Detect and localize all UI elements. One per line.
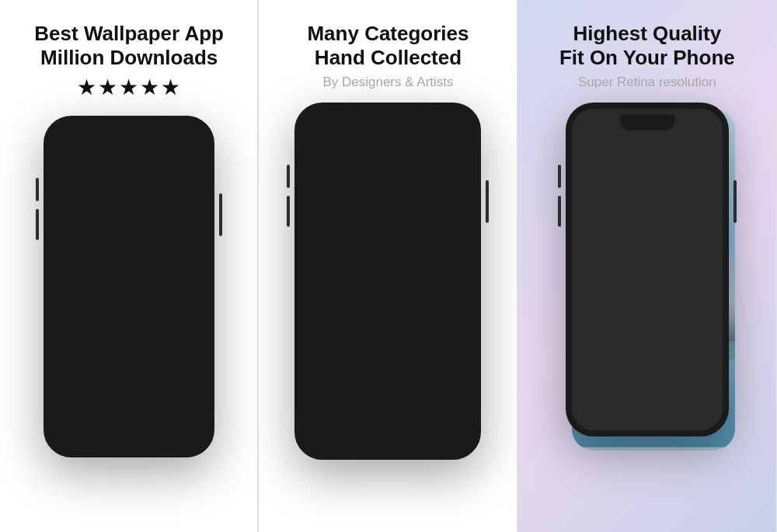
- svg-rect-4: [325, 254, 328, 286]
- svg-rect-2: [316, 257, 319, 285]
- cat-green-sphere: [301, 353, 343, 413]
- editors-emoji: 🌿: [54, 267, 63, 275]
- panel-3: Highest Quality Fit On Your Phone Super …: [518, 0, 777, 532]
- panel-3-text: Highest Quality Fit On Your Phone Super …: [534, 22, 761, 90]
- wallpaper-ocean: [105, 378, 153, 426]
- categories-grid: [301, 109, 387, 412]
- cat-pink: [345, 170, 388, 230]
- phone-screen-2: [301, 109, 475, 454]
- wallpaper-mountain: [54, 378, 103, 426]
- svg-rect-3: [321, 265, 324, 286]
- cat-diag-lines: [301, 109, 343, 169]
- latest-dot: [57, 146, 64, 152]
- panel-1-text: Best Wallpaper App Million Downloads ★★★…: [16, 22, 242, 103]
- panel-1-title-line1: Best Wallpaper App: [34, 22, 224, 45]
- panel-1-title: Best Wallpaper App Million Downloads: [16, 22, 242, 70]
- panel-1: Best Wallpaper App Million Downloads ★★★…: [0, 0, 259, 532]
- panel-3-title-line1: Highest Quality: [573, 22, 721, 45]
- phone-3-vol-down: [558, 196, 561, 227]
- panel-3-title: Highest Quality Fit On Your Phone: [534, 22, 761, 70]
- wallpaper-purple: [54, 167, 103, 215]
- cat-yellow: [301, 231, 343, 291]
- divider-2: [50, 356, 208, 356]
- svg-line-6: [305, 308, 340, 336]
- phone-2-vol-up: [287, 165, 290, 188]
- wallpaper-wave-bw: [105, 279, 153, 322]
- phone-mockup-2: [294, 103, 481, 460]
- bars-svg: [301, 231, 343, 291]
- latest-label: LATEST: [67, 145, 98, 153]
- latest-grid: [54, 167, 204, 215]
- wallpaper-food: [105, 167, 153, 215]
- editors-label-row: 🌿 EDITOR'S CHOICES ›: [54, 266, 204, 275]
- cat-purple-wave: [345, 231, 388, 291]
- panel-2-title: Many Categories Hand Collected: [274, 22, 501, 70]
- svg-point-10: [312, 381, 332, 400]
- panel-2-title-line2: Hand Collected: [315, 46, 462, 69]
- screen-header-bar: LATEST ⓘ: [50, 122, 208, 161]
- cat-dark-forest: [301, 170, 343, 230]
- panel-3-subtitle: Super Retina resolution: [534, 75, 761, 90]
- cat-prism: [345, 292, 388, 352]
- panel-1-stars: ★★★★★: [16, 75, 242, 100]
- panel-2: Many Categories Hand Collected By Design…: [259, 0, 517, 532]
- nature-info: ›: [201, 366, 204, 374]
- svg-rect-0: [308, 268, 312, 286]
- phone-volume-up: [36, 178, 39, 201]
- sphere-svg: [301, 353, 343, 413]
- svg-rect-1: [312, 261, 315, 286]
- svg-line-7: [305, 318, 340, 346]
- cat-sunset-trees: [345, 109, 388, 169]
- phone-3-power: [733, 180, 737, 223]
- editors-label: EDITOR'S CHOICES: [65, 268, 124, 273]
- phone-2-vol-down: [287, 196, 290, 227]
- latest-grid-section: [50, 161, 208, 253]
- panel-2-text: Many Categories Hand Collected By Design…: [274, 22, 501, 90]
- nature-grid: [54, 378, 204, 426]
- phone-3-vol-up: [558, 165, 561, 188]
- divider-1: [50, 256, 208, 257]
- wallpaper-sky: [155, 378, 204, 426]
- mountain-wallpaper-svg: [572, 109, 735, 447]
- nature-section: NATURE ›: [50, 360, 208, 452]
- panel-2-subtitle: By Designers & Artists: [274, 75, 501, 90]
- info-icon: ⓘ: [193, 144, 200, 155]
- phone-screen-1: LATEST ⓘ 🌿 EDITOR'S CHOICES: [50, 122, 208, 451]
- dark-lines-svg: [301, 292, 343, 352]
- panel-2-title-line1: Many Categories: [307, 22, 469, 45]
- phone-mockup-1: LATEST ⓘ 🌿 EDITOR'S CHOICES: [44, 116, 214, 457]
- wallpaper-blue-art: [54, 279, 103, 322]
- wallpaper-bw-person: [155, 167, 204, 215]
- phone-screen-3: [572, 109, 735, 450]
- phone-2-power: [486, 180, 489, 223]
- cat-dark-lines: [301, 292, 343, 352]
- phone-mockup-3: [566, 103, 729, 436]
- editors-info: ›: [201, 266, 204, 275]
- svg-rect-5: [329, 263, 333, 286]
- phone-volume-down: [36, 209, 39, 240]
- wallpaper-forest-bw: [155, 279, 204, 322]
- panel-1-title-line2: Million Downloads: [40, 46, 218, 69]
- editors-section: 🌿 EDITOR'S CHOICES ›: [50, 260, 208, 353]
- nature-label: NATURE: [64, 367, 89, 373]
- editors-grid: [54, 279, 204, 322]
- nature-label-row: NATURE ›: [54, 366, 204, 374]
- nature-dot: [54, 367, 61, 373]
- phone-power-button: [219, 193, 222, 236]
- panel-3-title-line2: Fit On Your Phone: [559, 46, 735, 69]
